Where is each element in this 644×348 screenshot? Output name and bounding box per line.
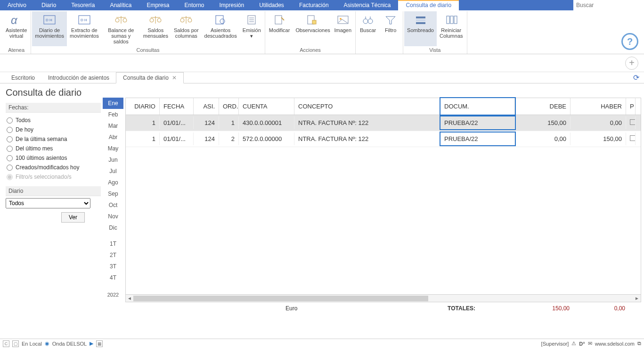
window-icon[interactable]: ⧉ (637, 340, 641, 347)
radio-ultimo-mes[interactable]: Del último mes (7, 144, 102, 153)
play-icon[interactable]: ▶ (90, 340, 93, 347)
month-sep[interactable]: Sep (103, 188, 123, 199)
col-concepto[interactable]: CONCEPTO (294, 98, 440, 115)
menu-consulta-diario[interactable]: Consulta de diario (398, 0, 459, 10)
month-jun[interactable]: Jun (103, 154, 123, 166)
table-row[interactable]: 1 01/01/... 124 1 430.0.0.00001 NTRA. FA… (126, 115, 641, 131)
month-dic[interactable]: Dic (103, 222, 123, 233)
status-local: En Local (22, 341, 42, 347)
calendar-icon[interactable]: ▦ (96, 340, 103, 347)
menu-diario[interactable]: Diario (34, 0, 64, 10)
add-button[interactable]: + (625, 57, 638, 70)
ribbon-filtro[interactable]: Filtro (379, 11, 402, 52)
menu-empresa[interactable]: Empresa (139, 0, 177, 10)
tab-consulta-diario[interactable]: Consulta de diario ✕ (116, 72, 184, 83)
c-icon[interactable]: C (3, 340, 9, 347)
ribbon-buscar[interactable]: Buscar (357, 11, 379, 52)
ribbon-balance-sumas-saldos[interactable]: Balance de sumas y saldos (102, 11, 140, 46)
close-icon[interactable]: ✕ (172, 75, 177, 81)
tab-introduccion-asientos[interactable]: Introducción de asientos (41, 73, 116, 83)
month-may[interactable]: May (103, 143, 123, 154)
refresh-icon[interactable]: ⟳ (633, 73, 639, 82)
col-docum[interactable]: DOCUM. (440, 98, 515, 115)
cell-p[interactable] (626, 133, 636, 145)
cell-diario: 1 (126, 116, 160, 129)
quarter-1t[interactable]: 1T (103, 238, 123, 249)
month-abr[interactable]: Abr (103, 132, 123, 143)
help-icon[interactable]: ? (621, 33, 638, 50)
ribbon-reiniciar-columnas[interactable]: Reiniciar Columnas (437, 11, 466, 46)
menu-facturacion[interactable]: Facturación (292, 0, 336, 10)
tab-escritorio[interactable]: Escritorio (5, 73, 41, 83)
col-asi[interactable]: ASI. (194, 98, 219, 115)
warning-icon[interactable]: ⚠ (571, 340, 576, 347)
ribbon-saldos-columnas[interactable]: Saldos por columnas (171, 11, 202, 46)
status-url[interactable]: www.sdelsol.com (595, 341, 635, 347)
month-oct[interactable]: Oct (103, 199, 123, 211)
svg-rect-39 (454, 16, 457, 24)
radio-todos[interactable]: Todos (7, 116, 102, 125)
col-fecha[interactable]: FECHA (160, 98, 194, 115)
menu-entorno[interactable]: Entorno (177, 0, 212, 10)
box-icon[interactable]: ▢ (12, 340, 19, 347)
horizontal-scrollbar[interactable]: ◄ ► (125, 295, 641, 302)
svg-rect-34 (416, 17, 425, 18)
menu-archivo[interactable]: Archivo (0, 0, 34, 10)
radio-100-ultimos[interactable]: 100 últimos asientos (7, 153, 102, 163)
radio-ultima-semana[interactable]: De la última semana (7, 134, 102, 144)
ribbon-saldos-mensuales[interactable]: Saldos mensuales (140, 11, 171, 46)
month-feb[interactable]: Feb (103, 109, 123, 120)
scroll-track[interactable] (133, 296, 633, 301)
radio-label: Filtro/s seleccionado/s (16, 174, 72, 180)
col-p[interactable]: P (626, 98, 636, 115)
scroll-left-icon[interactable]: ◄ (126, 296, 133, 301)
ribbon-diario-movimientos[interactable]: D H Diario de movimientos (32, 11, 67, 46)
quarter-4t[interactable]: 4T (103, 272, 123, 283)
doc-dh2-icon: D H (77, 13, 92, 26)
ribbon-observaciones[interactable]: Observaciones (293, 11, 331, 46)
month-mar[interactable]: Mar (103, 120, 123, 132)
menu-tesoreria[interactable]: Tesorería (64, 0, 102, 10)
d-icon[interactable]: D° (579, 341, 585, 347)
cell-debe: 0,00 (515, 133, 571, 145)
ribbon-asistente-virtual[interactable]: α Asistente virtual (3, 11, 30, 46)
month-nov[interactable]: Nov (103, 211, 123, 222)
menu-utilidades[interactable]: Utilidades (252, 0, 292, 10)
ribbon-asientos-descuadrados[interactable]: Asientos descuadrados (202, 11, 240, 46)
menu-impresion[interactable]: Impresión (212, 0, 252, 10)
ver-button[interactable]: Ver (61, 212, 85, 223)
sidebar: Consulta de diario Fechas: Todos De hoy … (0, 83, 103, 339)
signal-icon[interactable]: ◉ (45, 340, 49, 347)
ribbon-sombreado[interactable]: Sombreado (404, 11, 437, 46)
col-haber[interactable]: HABER (571, 98, 626, 115)
menu-asistencia[interactable]: Asistencia Técnica (336, 0, 399, 10)
quarter-2t[interactable]: 2T (103, 249, 123, 261)
ribbon-modificar[interactable]: Modificar (266, 11, 293, 46)
global-search-input[interactable] (573, 0, 644, 10)
month-jul[interactable]: Jul (103, 166, 123, 177)
month-ago[interactable]: Ago (103, 177, 123, 188)
col-ord[interactable]: ORD. (219, 98, 239, 115)
data-grid: DIARIO FECHA ASI. ORD. CUENTA CONCEPTO D… (125, 98, 641, 295)
ribbon-emision[interactable]: Emisión ▾ (240, 11, 264, 46)
ribbon-imagen[interactable]: Imagen (331, 11, 354, 46)
year-label[interactable]: 2022 (107, 292, 119, 298)
cell-p[interactable] (626, 116, 636, 129)
table-row[interactable]: 1 01/01/... 124 2 572.0.0.00000 NTRA. FA… (126, 131, 641, 147)
scroll-right-icon[interactable]: ► (633, 296, 641, 301)
status-supervisor: [Supervisor] (541, 341, 569, 347)
quarter-3t[interactable]: 3T (103, 261, 123, 272)
scroll-thumb[interactable] (133, 296, 428, 301)
col-diario[interactable]: DIARIO (126, 98, 160, 115)
month-ene[interactable]: Ene (103, 98, 123, 109)
mail-icon[interactable]: ✉ (588, 340, 592, 347)
radio-hoy[interactable]: De hoy (7, 125, 102, 134)
radio-creados-hoy[interactable]: Creados/modificados hoy (7, 163, 102, 172)
diario-select[interactable]: Todos (6, 198, 90, 208)
radio-label: Del último mes (16, 145, 53, 152)
svg-rect-23 (275, 16, 282, 24)
col-cuenta[interactable]: CUENTA (239, 98, 294, 115)
menu-analitica[interactable]: Analítica (102, 0, 139, 10)
ribbon-extracto-movimientos[interactable]: D H Extracto de movimientos (67, 11, 102, 46)
col-debe[interactable]: DEBE (515, 98, 571, 115)
